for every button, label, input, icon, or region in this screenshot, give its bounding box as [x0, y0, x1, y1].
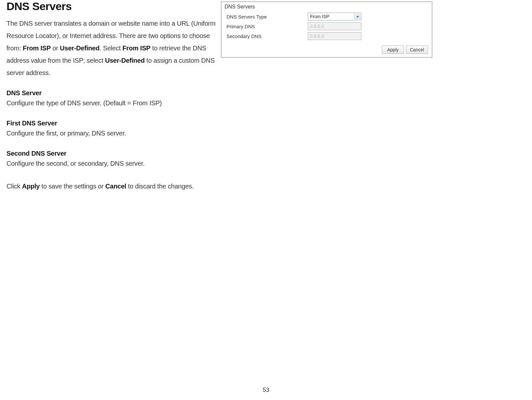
- select-value: From ISP: [308, 13, 361, 20]
- input-value: 0.0.0.0: [310, 24, 324, 29]
- text-column: DNS Servers The DNS server translates a …: [6, 0, 221, 192]
- intro-bold-user-defined-2: User-Defined: [105, 57, 145, 64]
- row-primary-dns: Primary DNS 0.0.0.0: [227, 21, 427, 31]
- apply-text: to save the settings or: [40, 183, 105, 190]
- section-desc-dns-server: Configure the type of DNS server. (Defau…: [6, 97, 218, 109]
- apply-text: Click: [6, 183, 22, 190]
- dns-servers-panel: DNS Servers DNS Servers Type From ISP: [221, 2, 432, 58]
- section-heading-second-dns: Second DNS Server: [6, 150, 218, 157]
- intro-paragraph: The DNS server translates a domain or we…: [6, 17, 218, 79]
- page-content: DNS Servers The DNS server translates a …: [0, 0, 532, 192]
- figure-column: DNS Servers DNS Servers Type From ISP: [221, 0, 432, 192]
- apply-bold-apply: Apply: [22, 183, 40, 190]
- label-primary-dns: Primary DNS: [227, 24, 308, 29]
- input-primary-dns[interactable]: 0.0.0.0: [308, 22, 361, 30]
- input-secondary-dns[interactable]: 0.0.0.0: [308, 32, 361, 40]
- apply-text: to discard the changes.: [126, 183, 194, 190]
- select-dns-servers-type[interactable]: From ISP: [308, 13, 361, 20]
- panel-body: DNS Servers Type From ISP Primary DNS 0: [221, 10, 432, 43]
- intro-bold-from-isp: From ISP: [23, 45, 51, 52]
- apply-bold-cancel: Cancel: [105, 183, 126, 190]
- label-dns-servers-type: DNS Servers Type: [227, 14, 308, 19]
- section-desc-first-dns: Configure the first, or primary, DNS ser…: [6, 127, 218, 139]
- intro-bold-user-defined: User-Defined: [60, 45, 99, 52]
- label-secondary-dns: Secondary DNS: [227, 33, 308, 39]
- svg-marker-0: [356, 16, 359, 18]
- section-desc-second-dns: Configure the second, or secondary, DNS …: [6, 157, 218, 170]
- panel-button-row: Apply Cancel: [221, 43, 432, 57]
- section-heading-dns-server: DNS Server: [6, 89, 218, 97]
- intro-text: . Select: [99, 45, 122, 52]
- page-number: 53: [0, 387, 532, 394]
- apply-button[interactable]: Apply: [382, 45, 404, 54]
- panel-title: DNS Servers: [221, 2, 432, 10]
- intro-text: or: [51, 45, 60, 52]
- row-secondary-dns: Secondary DNS 0.0.0.0: [227, 31, 427, 41]
- section-heading-first-dns: First DNS Server: [6, 120, 218, 127]
- apply-paragraph: Click Apply to save the settings or Canc…: [6, 180, 218, 192]
- cancel-button[interactable]: Cancel: [406, 45, 428, 54]
- input-value: 0.0.0.0: [310, 33, 324, 39]
- intro-bold-from-isp-2: From ISP: [123, 45, 150, 52]
- select-value-text: From ISP: [310, 14, 329, 19]
- chevron-down-icon: [354, 13, 361, 20]
- page-title: DNS Servers: [6, 0, 218, 13]
- row-dns-servers-type: DNS Servers Type From ISP: [227, 12, 427, 21]
